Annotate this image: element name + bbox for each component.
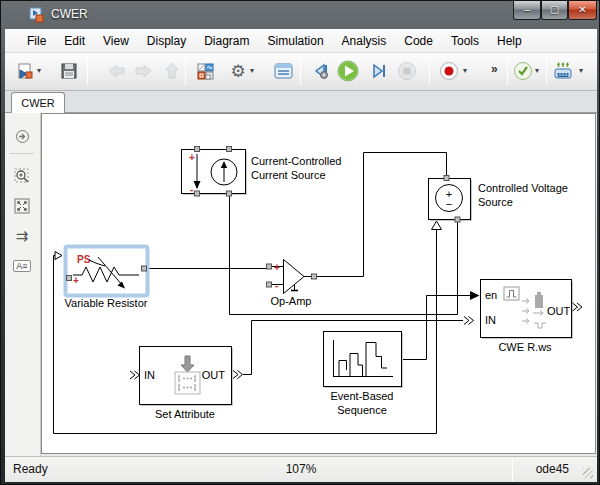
menu-tools[interactable]: Tools: [442, 31, 488, 51]
cvs-port-top[interactable]: [444, 176, 449, 181]
build-deploy-button[interactable]: [551, 57, 575, 85]
cccs-plus-mark: +: [189, 152, 195, 163]
library-browser-button[interactable]: [193, 57, 217, 85]
vr-ps-mark: PS: [77, 254, 91, 265]
resize-grip[interactable]: [583, 468, 593, 478]
menu-help[interactable]: Help: [488, 31, 531, 51]
sa-out-chevron[interactable]: [233, 371, 243, 379]
block-set-attribute[interactable]: IN OUT Set Attribute: [130, 347, 243, 421]
tool-palette: ⇉ A≡ »: [5, 113, 41, 456]
validate-check-button[interactable]: [511, 57, 535, 85]
step-back-button[interactable]: [310, 57, 334, 85]
cccs-port[interactable]: [195, 147, 200, 152]
block-controlled-voltage-source[interactable]: + − Controlled Voltage Source: [429, 176, 568, 230]
toolbar-overflow-chevrons[interactable]: »: [491, 62, 498, 76]
opamp-minus-mark: -: [275, 280, 278, 291]
stop-button: [395, 57, 419, 85]
menu-view[interactable]: View: [94, 31, 138, 51]
block-current-controlled-current-source[interactable]: + - Current-Controlled Current Source: [182, 147, 342, 197]
opamp-label: Op-Amp: [271, 295, 312, 307]
cwe-in-label: IN: [485, 314, 496, 326]
wire-cccs-to-cvs-bottom[interactable]: [230, 195, 458, 315]
menu-diagram[interactable]: Diagram: [195, 31, 258, 51]
up-button: [160, 57, 184, 85]
solver-name[interactable]: ode45: [536, 462, 569, 476]
menu-analysis[interactable]: Analysis: [333, 31, 396, 51]
cwe-in-chevron[interactable]: [464, 317, 474, 325]
build-caret[interactable]: ▾: [579, 66, 583, 75]
cccs-port[interactable]: [227, 147, 232, 152]
cwe-out-label: OUT: [547, 305, 571, 317]
sa-in-chevron[interactable]: [130, 371, 140, 379]
cccs-port[interactable]: [227, 191, 232, 196]
cwe-out-chevron[interactable]: [573, 303, 583, 311]
minimize-button[interactable]: –: [513, 1, 541, 20]
block-diagram: + - Current-Controlled Current Source: [42, 114, 595, 453]
maximize-button[interactable]: ▢: [541, 1, 568, 20]
block-op-amp[interactable]: + - Op-Amp: [267, 260, 317, 308]
menu-bar: File Edit View Display Diagram Simulatio…: [5, 29, 597, 53]
wire-opamp-to-cvs-top[interactable]: [314, 153, 447, 277]
opamp-port-minus[interactable]: [267, 282, 272, 287]
record-button[interactable]: [437, 57, 461, 85]
hide-browser-icon[interactable]: [11, 125, 33, 147]
new-model-button[interactable]: [13, 57, 37, 85]
close-button[interactable]: ✕: [568, 1, 597, 20]
settings-caret[interactable]: ▾: [250, 66, 254, 75]
ebs-label-line2: Sequence: [337, 404, 387, 416]
zoom-level: 107%: [5, 462, 597, 476]
save-button[interactable]: [57, 57, 81, 85]
step-forward-button[interactable]: [367, 57, 391, 85]
record-caret[interactable]: ▾: [463, 66, 467, 75]
status-bar: Ready 107% ode45: [5, 456, 597, 482]
opamp-port-out[interactable]: [312, 274, 317, 279]
cvs-label-line1: Controlled Voltage: [478, 182, 568, 194]
menu-display[interactable]: Display: [138, 31, 195, 51]
simulink-window: CWER – ▢ ✕ File Edit View Display Diagra…: [0, 0, 600, 485]
cccs-port[interactable]: [195, 191, 200, 196]
back-button: [105, 57, 129, 85]
cwe-label: CWE R.ws: [498, 341, 552, 353]
cwe-en-label: en: [485, 289, 497, 301]
opamp-port-plus[interactable]: [267, 264, 272, 269]
toolbar: ▾ ⚙ ▾: [5, 53, 597, 91]
vr-port-left[interactable]: [67, 276, 72, 281]
new-model-caret[interactable]: ▾: [37, 66, 41, 75]
title-bar[interactable]: CWER – ▢ ✕: [1, 1, 600, 29]
block-cwe-rws[interactable]: en IN OUT CWE R.w: [464, 280, 582, 354]
menu-edit[interactable]: Edit: [55, 31, 94, 51]
vr-ps-port[interactable]: [55, 252, 62, 260]
wire-ebs-to-en[interactable]: [401, 296, 470, 360]
menu-code[interactable]: Code: [395, 31, 442, 51]
settings-gear-icon[interactable]: ⚙: [226, 57, 250, 85]
cccs-label-line2: Current Source: [251, 169, 326, 181]
vr-port-right[interactable]: [142, 266, 147, 271]
fit-to-view-icon[interactable]: [11, 195, 33, 217]
cwe-en-arrow[interactable]: [470, 291, 480, 300]
run-button[interactable]: [336, 57, 360, 85]
vr-plus-mark: +: [73, 275, 79, 286]
tab-bar: CWER: [5, 91, 597, 113]
sa-out-label: OUT: [202, 369, 226, 381]
block-event-based-sequence[interactable]: Event-Based Sequence: [324, 332, 404, 417]
simulink-model-icon: [29, 7, 45, 23]
sa-label: Set Attribute: [155, 408, 215, 420]
cvs-control-port[interactable]: [432, 221, 442, 230]
cvs-port-bottom[interactable]: [455, 217, 460, 222]
block-variable-resistor[interactable]: PS + Variable Resistor: [55, 247, 148, 310]
menu-simulation[interactable]: Simulation: [259, 31, 333, 51]
diagram-canvas[interactable]: + - Current-Controlled Current Source: [41, 113, 596, 454]
model-configuration-button[interactable]: [271, 57, 295, 85]
opamp-plus-mark: +: [274, 262, 280, 273]
signal-routing-icon[interactable]: ⇉: [11, 225, 33, 247]
menu-file[interactable]: File: [18, 31, 55, 51]
cccs-label-line1: Current-Controlled: [251, 155, 341, 167]
tab-cwer[interactable]: CWER: [11, 92, 65, 113]
sa-in-label: IN: [144, 369, 155, 381]
window-title: CWER: [51, 7, 88, 21]
zoom-region-icon[interactable]: [11, 165, 33, 187]
validate-caret[interactable]: ▾: [535, 66, 539, 75]
cccs-minus-mark: -: [190, 184, 193, 195]
cvs-minus-mark: −: [446, 198, 452, 210]
annotation-icon[interactable]: A≡: [11, 255, 33, 277]
